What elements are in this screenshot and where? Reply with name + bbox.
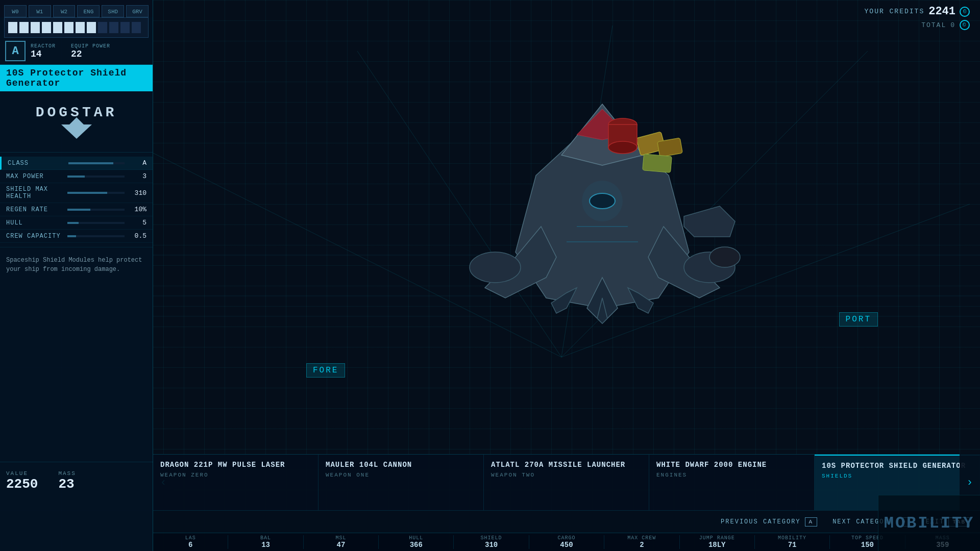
reactor-stats: REACTOR 14 EQUIP POWER 22: [31, 43, 110, 59]
mass-label: MASS: [58, 470, 76, 477]
credits-row: YOUR CREDITS 2241 ©: [865, 5, 970, 18]
value-amount: 2250: [6, 477, 38, 492]
stat-bar-fill-hull: [67, 222, 79, 224]
power-segment-11: [120, 22, 130, 33]
bottom-stats-bar: LAS 6 BAL 13 MSL 47 HULL 366 SHIELD 310 …: [153, 533, 980, 551]
reactor-power-stat: REACTOR 14: [31, 43, 56, 59]
stat-jumprange-label: JUMP RANGE: [680, 535, 754, 541]
stat-row-regen: REGEN RATE 10%: [0, 203, 153, 216]
stat-shield-label: SHIELD: [454, 535, 528, 541]
stat-name-maxpower: MAX POWER: [6, 173, 63, 180]
equip-slot-name-3: WHITE DWARF 2000 ENGINE: [656, 461, 807, 469]
stat-row-shield: SHIELD MAX HEALTH 310: [0, 183, 153, 203]
value-mass-section: VALUE 2250 MASS 23: [0, 462, 153, 500]
power-segment-3: [31, 22, 40, 33]
equip-slot-3[interactable]: WHITE DWARF 2000 ENGINE ENGINES: [649, 455, 815, 510]
stat-bar-fill-regen: [67, 209, 90, 211]
equip-slot-type-2: WEAPON TWO: [491, 472, 642, 478]
svg-rect-18: [643, 154, 672, 173]
equip-slot-0[interactable]: DRAGON 221P MW PULSE LASER WEAPON ZERO: [153, 455, 318, 510]
stat-bar-hull: [67, 222, 125, 224]
ship-logo-section: DOGSTAR: [0, 91, 153, 153]
slot-tab-w1[interactable]: W1: [29, 5, 51, 17]
total-credit-icon: ©: [960, 20, 970, 30]
reactor-power-value: 14: [31, 49, 42, 59]
power-segment-10: [109, 22, 118, 33]
slot-tab-w0[interactable]: W0: [4, 5, 27, 17]
credit-icon: ©: [960, 7, 970, 17]
power-segment-8: [87, 22, 96, 33]
slot-tab-shd[interactable]: SHD: [102, 5, 124, 17]
stat-row-crew: CREW CAPACITY 0.5: [0, 230, 153, 243]
power-segment-7: [76, 22, 85, 33]
stat-cargo: CARGO 450: [529, 535, 604, 549]
stat-name-crew: CREW CAPACITY: [6, 233, 63, 240]
stat-shield: SHIELD 310: [454, 535, 529, 549]
stat-cargo-value: 450: [529, 541, 604, 549]
value-block: VALUE 2250: [6, 470, 38, 492]
equip-slot-2[interactable]: ATLATL 270A MISSILE LAUNCHER WEAPON TWO: [484, 455, 649, 510]
stat-mobility-label: MOBILITY: [755, 535, 829, 541]
mobility-text: MobiLity: [884, 514, 975, 533]
stat-bar-regen: [67, 209, 125, 211]
power-segment-2: [19, 22, 29, 33]
stat-bal-value: 13: [228, 541, 303, 549]
stat-las-value: 6: [153, 541, 228, 549]
mass-amount: 23: [58, 477, 74, 492]
equip-power-value: 22: [71, 49, 82, 59]
stat-bar-fill-crew: [67, 235, 76, 237]
credits-panel: YOUR CREDITS 2241 © TOTAL 0 ©: [865, 5, 970, 30]
stat-hull-label: HULL: [379, 535, 453, 541]
stat-mobility: MOBILITY 71: [755, 535, 830, 549]
stat-msl: MSL 47: [304, 535, 379, 549]
power-segment-4: [42, 22, 51, 33]
power-segment-9: [98, 22, 107, 33]
stat-value-regen: 10%: [129, 206, 146, 213]
reactor-icon: A: [5, 41, 26, 61]
stat-bar-shield: [67, 192, 125, 194]
total-label: TOTAL: [921, 21, 946, 29]
stat-cargo-label: CARGO: [529, 535, 604, 541]
total-value: 0: [950, 21, 955, 29]
svg-point-14: [709, 247, 740, 267]
total-row: TOTAL 0 ©: [865, 20, 970, 30]
category-nav: PREVIOUS CATEGORY A NEXT CATEGORY D EXIT…: [153, 510, 980, 533]
credits-value: 2241: [928, 5, 955, 18]
stat-bar-fill-shield: [67, 192, 107, 194]
equip-slot-name-4: 10S PROTECTOR SHIELD GENERATOR: [822, 462, 972, 470]
stat-bal-label: BAL: [228, 535, 303, 541]
nav-prev-key[interactable]: A: [805, 517, 818, 527]
equip-power-stat: EQUIP POWER 22: [71, 43, 110, 59]
ship-logo-diamond: [61, 124, 92, 139]
nav-prev-label: PREVIOUS CATEGORY: [721, 518, 800, 525]
equip-power-label: EQUIP POWER: [71, 43, 110, 49]
stat-shield-value: 310: [454, 541, 528, 549]
reactor-section: A REACTOR 14 EQUIP POWER 22: [0, 38, 153, 65]
stats-table: CLASS A MAX POWER 3 SHIELD MAX HEALTH 31…: [0, 153, 153, 247]
equip-slot-name-2: ATLATL 270A MISSILE LAUNCHER: [491, 461, 642, 469]
stat-jumprange: JUMP RANGE 18LY: [680, 535, 755, 549]
stat-bar-class: [68, 162, 125, 164]
stat-bar-fill-class: [68, 162, 113, 164]
credits-label: YOUR CREDITS: [865, 8, 925, 15]
stat-las: LAS 6: [153, 535, 228, 549]
svg-marker-30: [684, 206, 735, 237]
stat-mobility-value: 71: [755, 541, 829, 549]
slot-tab-eng[interactable]: ENG: [77, 5, 100, 17]
stat-maxcrew-label: MAX CREW: [604, 535, 679, 541]
power-segment-6: [64, 22, 74, 33]
slot-tab-grv[interactable]: GRV: [126, 5, 149, 17]
value-label: VALUE: [6, 470, 38, 477]
svg-point-21: [608, 141, 637, 154]
stat-name-shield: SHIELD MAX HEALTH: [6, 186, 63, 200]
stat-value-maxpower: 3: [129, 172, 146, 180]
stat-row-class: CLASS A: [0, 157, 153, 170]
power-segment-5: [53, 22, 62, 33]
stat-hull-value: 366: [379, 541, 453, 549]
equipment-bar: DRAGON 221P MW PULSE LASER WEAPON ZERO M…: [153, 454, 980, 510]
stat-maxcrew: MAX CREW 2: [604, 535, 679, 549]
stat-value-hull: 5: [129, 219, 146, 227]
mobility-branding: MobiLity: [878, 495, 980, 551]
equip-slot-1[interactable]: MAULER 104L CANNON WEAPON ONE: [318, 455, 484, 510]
slot-tab-w2[interactable]: W2: [53, 5, 76, 17]
